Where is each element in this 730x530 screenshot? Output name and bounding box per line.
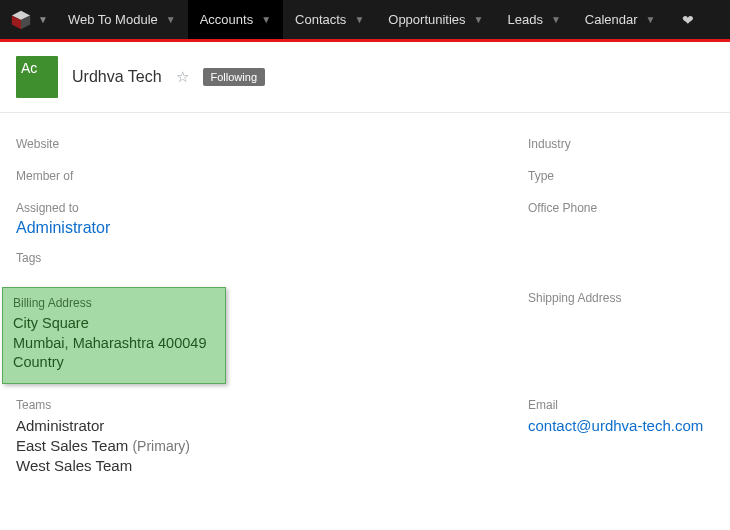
field-label: Assigned to bbox=[16, 201, 528, 215]
field-office-phone: Office Phone bbox=[528, 187, 714, 219]
cube-icon bbox=[10, 9, 32, 31]
assigned-to-link[interactable]: Administrator bbox=[16, 219, 528, 237]
caret-down-icon: ▼ bbox=[261, 14, 271, 25]
field-label: Website bbox=[16, 137, 528, 151]
field-email: Email contact@urdhva-tech.com bbox=[528, 384, 714, 436]
caret-down-icon: ▼ bbox=[551, 14, 561, 25]
field-label: Tags bbox=[16, 251, 528, 265]
follow-button[interactable]: Following bbox=[203, 68, 265, 86]
team-item: Administrator bbox=[16, 416, 528, 436]
team-name: West Sales Team bbox=[16, 457, 132, 474]
email-link[interactable]: contact@urdhva-tech.com bbox=[528, 417, 703, 434]
nav-item-web-to-module[interactable]: Web To Module ▼ bbox=[56, 0, 188, 39]
nav-item-accounts[interactable]: Accounts ▼ bbox=[188, 0, 283, 39]
field-label: Billing Address bbox=[13, 296, 215, 310]
nav-item-leads[interactable]: Leads ▼ bbox=[496, 0, 573, 39]
field-label: Type bbox=[528, 169, 714, 183]
nav-label: Leads bbox=[508, 12, 543, 27]
caret-down-icon: ▼ bbox=[646, 14, 656, 25]
field-tags: Tags bbox=[16, 237, 528, 269]
brand-menu[interactable]: ▼ bbox=[0, 0, 56, 39]
field-label: Email bbox=[528, 398, 714, 412]
billing-line1: City Square bbox=[13, 314, 215, 334]
caret-down-icon: ▼ bbox=[474, 14, 484, 25]
field-label: Office Phone bbox=[528, 201, 714, 215]
avatar-text: Ac bbox=[21, 60, 37, 76]
team-item: East Sales Team (Primary) bbox=[16, 436, 528, 456]
caret-down-icon: ▼ bbox=[166, 14, 176, 25]
nav-label: Web To Module bbox=[68, 12, 158, 27]
field-label: Shipping Address bbox=[528, 291, 714, 305]
field-shipping-address: Shipping Address bbox=[528, 269, 714, 309]
chevron-down-icon: ❤ bbox=[682, 12, 694, 28]
field-teams: Teams Administrator East Sales Team (Pri… bbox=[16, 384, 528, 477]
caret-down-icon: ▼ bbox=[354, 14, 364, 25]
nav-label: Accounts bbox=[200, 12, 253, 27]
field-assigned-to: Assigned to Administrator bbox=[16, 187, 528, 237]
top-navigation: ▼ Web To Module ▼ Accounts ▼ Contacts ▼ … bbox=[0, 0, 730, 42]
field-billing-address: Billing Address City Square Mumbai, Maha… bbox=[2, 287, 226, 384]
field-label: Member of bbox=[16, 169, 528, 183]
billing-address-value: City Square Mumbai, Maharashtra 400049 C… bbox=[13, 314, 215, 373]
page-title: Urdhva Tech bbox=[72, 68, 162, 86]
field-label: Industry bbox=[528, 137, 714, 151]
field-label: Teams bbox=[16, 398, 528, 412]
field-website: Website bbox=[16, 123, 528, 155]
avatar: Ac bbox=[16, 56, 58, 98]
billing-line3: Country bbox=[13, 353, 215, 373]
teams-value: Administrator East Sales Team (Primary) … bbox=[16, 416, 528, 477]
nav-item-calendar[interactable]: Calendar ▼ bbox=[573, 0, 668, 39]
team-suffix: (Primary) bbox=[132, 438, 190, 454]
nav-item-contacts[interactable]: Contacts ▼ bbox=[283, 0, 376, 39]
nav-item-opportunities[interactable]: Opportunities ▼ bbox=[376, 0, 495, 39]
record-detail: Website Industry Member of Type Assigned… bbox=[0, 113, 730, 496]
field-industry: Industry bbox=[528, 123, 714, 155]
caret-down-icon: ▼ bbox=[38, 14, 48, 25]
nav-more[interactable]: ❤ bbox=[668, 0, 708, 39]
field-type: Type bbox=[528, 155, 714, 187]
team-item: West Sales Team bbox=[16, 456, 528, 476]
team-name: East Sales Team bbox=[16, 437, 128, 454]
field-member-of: Member of bbox=[16, 155, 528, 187]
billing-line2: Mumbai, Maharashtra 400049 bbox=[13, 334, 215, 354]
nav-label: Opportunities bbox=[388, 12, 465, 27]
team-name: Administrator bbox=[16, 417, 104, 434]
record-header: Ac Urdhva Tech ☆ Following bbox=[0, 42, 730, 113]
nav-label: Contacts bbox=[295, 12, 346, 27]
favorite-star-icon[interactable]: ☆ bbox=[176, 68, 189, 86]
nav-label: Calendar bbox=[585, 12, 638, 27]
